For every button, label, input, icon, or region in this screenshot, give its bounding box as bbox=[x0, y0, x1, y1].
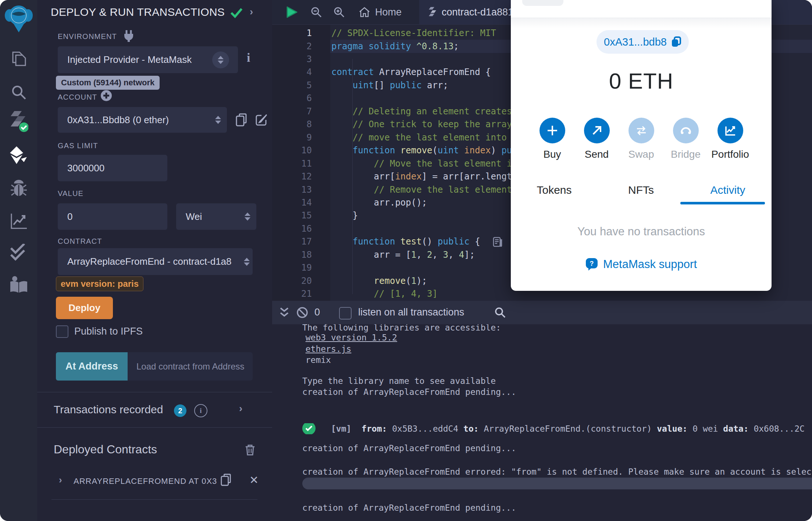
terminal-scrollbar[interactable] bbox=[302, 478, 812, 489]
environment-stepper-icon[interactable] bbox=[212, 51, 229, 68]
contract-value: ArrayReplaceFromEnd - contract-d1a8 bbox=[58, 256, 244, 267]
file-explorer-icon[interactable] bbox=[10, 50, 28, 69]
line-number: 9 bbox=[272, 131, 312, 144]
code-line: // [1, 4, 3] bbox=[331, 287, 438, 300]
solidity-compiler-icon[interactable] bbox=[9, 110, 28, 134]
terminal-line: • web3 version 1.5.2 bbox=[302, 332, 812, 343]
panel-collapse-chevron[interactable]: › bbox=[250, 6, 253, 18]
transactions-info-icon[interactable]: i bbox=[194, 404, 207, 417]
copy-deployed-address-icon[interactable] bbox=[221, 474, 232, 486]
line-number: 16 bbox=[272, 222, 312, 235]
terminal-search-icon[interactable] bbox=[495, 307, 506, 318]
code-line: pragma solidity ^0.8.13; bbox=[331, 40, 459, 53]
remove-deployed-icon[interactable]: ✕ bbox=[249, 474, 259, 486]
popup-header-fragment bbox=[522, 0, 563, 6]
tab-activity[interactable]: Activity bbox=[684, 184, 771, 196]
deploy-button[interactable]: Deploy bbox=[56, 297, 113, 319]
zoom-out-icon[interactable] bbox=[311, 7, 322, 18]
zoom-in-icon[interactable] bbox=[334, 7, 345, 18]
code-line: } bbox=[331, 209, 358, 222]
run-free-function-icon[interactable] bbox=[493, 237, 502, 247]
send-button[interactable]: Send bbox=[574, 118, 619, 160]
gas-limit-input[interactable]: 3000000 bbox=[58, 155, 167, 181]
portfolio-button[interactable]: Portfolio bbox=[708, 118, 752, 160]
line-number: 2 bbox=[272, 40, 312, 53]
environment-info-icon[interactable]: i bbox=[247, 51, 250, 65]
terminal-line: creation of ArrayReplaceFromEnd pending.… bbox=[302, 386, 812, 397]
line-number: 15 bbox=[272, 209, 312, 222]
learneth-book-icon[interactable] bbox=[10, 276, 28, 295]
listen-transactions-checkbox[interactable] bbox=[339, 307, 352, 320]
terminal-header: 0 listen on all transactions bbox=[272, 301, 812, 324]
expand-terminal-icon[interactable] bbox=[279, 307, 290, 318]
code-line: // Move the last element i bbox=[331, 157, 512, 170]
deployed-contract-item[interactable]: ARRAYREPLACEFROMEND AT 0X3 bbox=[74, 477, 217, 486]
remix-logo-icon[interactable] bbox=[4, 3, 33, 35]
plug-icon bbox=[122, 29, 135, 43]
tab-home[interactable]: Home bbox=[359, 0, 402, 24]
deployed-contract-expand-chevron[interactable]: › bbox=[59, 474, 62, 486]
line-number: 6 bbox=[272, 92, 312, 105]
code-line: arr.pop(); bbox=[331, 196, 427, 209]
code-line: // move the last element into bbox=[331, 131, 507, 144]
icon-rail bbox=[0, 0, 38, 521]
deploy-run-icon[interactable] bbox=[9, 146, 28, 166]
tab-tokens[interactable]: Tokens bbox=[511, 184, 598, 196]
code-line: remove(1); bbox=[331, 274, 427, 288]
bridge-icon bbox=[680, 126, 692, 135]
clear-console-icon[interactable] bbox=[296, 307, 308, 318]
account-select[interactable]: 0xA31...Bbdb8 (0 ether) bbox=[58, 107, 227, 133]
environment-value: Injected Provider - MetaMask bbox=[58, 54, 212, 65]
value-unit: Wei bbox=[176, 211, 245, 222]
terminal-link[interactable]: ethers.js bbox=[306, 344, 352, 354]
environment-select[interactable]: Injected Provider - MetaMask bbox=[58, 46, 238, 73]
transactions-recorded-label: Transactions recorded bbox=[54, 403, 163, 416]
debugger-icon[interactable] bbox=[10, 179, 28, 199]
swap-label: Swap bbox=[628, 149, 654, 160]
account-address: 0xA31...bdb8 bbox=[604, 36, 667, 48]
line-number: 12 bbox=[272, 170, 312, 183]
line-number: 8 bbox=[272, 118, 312, 131]
edit-account-icon[interactable] bbox=[256, 113, 268, 126]
run-script-play-icon[interactable] bbox=[286, 6, 298, 18]
statistics-icon[interactable] bbox=[10, 212, 28, 231]
search-icon[interactable] bbox=[10, 84, 27, 102]
copy-account-icon[interactable] bbox=[236, 113, 247, 126]
transactions-expand-chevron[interactable]: › bbox=[239, 403, 242, 414]
bridge-label: Bridge bbox=[671, 149, 701, 160]
evm-version-badge: evm version: paris bbox=[56, 276, 143, 291]
code-line: // Deleting an element creates bbox=[331, 105, 512, 118]
line-number: 1 bbox=[272, 26, 312, 40]
account-address-pill[interactable]: 0xA31...bdb8 bbox=[596, 30, 689, 54]
tab-nfts[interactable]: NFTs bbox=[598, 184, 684, 196]
contract-select[interactable]: ArrayReplaceFromEnd - contract-d1a8 bbox=[58, 248, 253, 275]
support-question-icon: ? bbox=[585, 258, 598, 271]
line-number: 11 bbox=[272, 157, 312, 170]
terminal-link[interactable]: web3 version 1.5.2 bbox=[306, 333, 397, 342]
line-number: 18 bbox=[272, 248, 312, 261]
swap-button[interactable]: Swap bbox=[619, 118, 663, 160]
network-badge: Custom (59144) network bbox=[56, 76, 160, 90]
no-transactions-message: You have no transactions bbox=[511, 225, 772, 238]
popup-header-shadow bbox=[511, 18, 772, 28]
line-number: 10 bbox=[272, 144, 312, 157]
terminal-count: 0 bbox=[314, 307, 320, 318]
at-address-button[interactable]: At Address bbox=[56, 352, 128, 381]
add-account-icon[interactable] bbox=[100, 90, 112, 101]
value-input[interactable]: 0 bbox=[58, 203, 167, 230]
buy-button[interactable]: Buy bbox=[530, 118, 574, 160]
code-line: contract ArrayReplaceFromEnd { bbox=[331, 65, 491, 79]
support-label: MetaMask support bbox=[603, 258, 697, 271]
checks-icon[interactable] bbox=[10, 244, 28, 262]
bridge-button[interactable]: Bridge bbox=[663, 118, 708, 160]
metamask-support-link[interactable]: ? MetaMask support bbox=[511, 258, 772, 271]
line-number: 13 bbox=[272, 183, 312, 196]
load-contract-address-input[interactable]: Load contract from Address bbox=[128, 352, 253, 381]
clear-deployed-trash-icon[interactable] bbox=[245, 444, 255, 456]
value-unit-select[interactable]: Wei bbox=[176, 203, 256, 230]
terminal-output[interactable]: The following libraries are accessible:•… bbox=[272, 324, 812, 521]
panel-title-check-icon bbox=[230, 7, 243, 18]
portfolio-chart-icon bbox=[725, 125, 736, 136]
publish-ipfs-checkbox[interactable] bbox=[56, 325, 68, 338]
terminal-line: creation of ArrayReplaceFromEnd pending.… bbox=[302, 443, 812, 454]
